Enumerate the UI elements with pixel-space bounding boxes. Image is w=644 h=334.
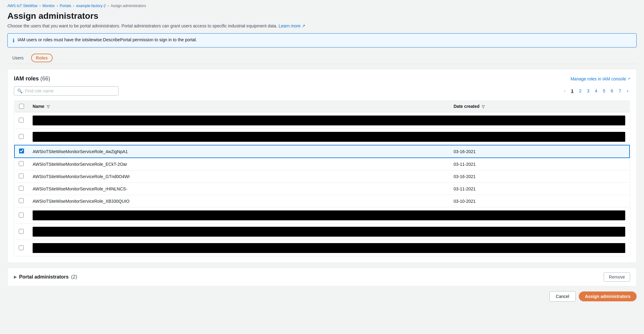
breadcrumb: AWS IoT SiteWise › Monitor › Portals › e…	[7, 4, 637, 8]
row-checkbox-cell	[14, 195, 28, 207]
row-checkbox-cell	[14, 158, 28, 170]
assign-administrators-button[interactable]: Assign administrators	[579, 291, 637, 301]
table-row	[14, 112, 630, 129]
tab-users[interactable]: Users	[7, 52, 29, 64]
page-wrapper: AWS IoT SiteWise › Monitor › Portals › e…	[0, 0, 644, 334]
row-checkbox-checked[interactable]	[19, 149, 24, 153]
row-checkbox[interactable]	[19, 213, 24, 218]
portal-admins-count: (2)	[71, 274, 77, 280]
search-box[interactable]: 🔍	[14, 86, 119, 96]
tab-roles[interactable]: Roles	[31, 54, 53, 62]
date-created-cell: 03-16-2021	[449, 170, 630, 183]
portal-admins-title[interactable]: ▶ Portal administrators (2)	[14, 274, 77, 280]
role-name-cell: AWSIoTSiteWiseMonitorServiceRole_rHINLNC…	[28, 183, 449, 195]
breadcrumb-sep-4: ›	[107, 4, 109, 8]
table-row[interactable]: AWSIoTSiteWiseMonitorServiceRole_GTnd0O4…	[14, 170, 630, 183]
redacted-cell	[28, 240, 630, 256]
search-input[interactable]	[25, 88, 115, 93]
footer: Cancel Assign administrators	[7, 286, 637, 307]
page-3[interactable]: 3	[585, 88, 591, 94]
table-row[interactable]: AWSIoTSiteWiseMonitorServiceRole_rHINLNC…	[14, 183, 630, 195]
search-icon: 🔍	[17, 88, 22, 93]
role-name-cell: AWSIoTSiteWiseMonitorServiceRole_XB330QU…	[28, 195, 449, 207]
info-icon: ℹ	[13, 38, 14, 43]
expand-icon: ▶	[14, 275, 17, 279]
learn-more-link[interactable]: Learn more ↗	[279, 23, 305, 28]
remove-button[interactable]: Remove	[604, 272, 630, 282]
breadcrumb-factory[interactable]: example-factory-2	[76, 4, 106, 8]
th-checkbox	[14, 101, 28, 112]
table-row	[14, 207, 630, 224]
redacted-cell	[28, 129, 630, 145]
page-6[interactable]: 6	[609, 88, 615, 94]
row-checkbox-cell	[14, 207, 28, 224]
portal-admins-panel: ▶ Portal administrators (2) Remove	[7, 268, 637, 286]
row-checkbox[interactable]	[19, 173, 24, 178]
sort-icon-name: ▽	[47, 104, 50, 109]
role-name-cell: AWSIoTSiteWiseMonitorServiceRole_4wZigNp…	[28, 145, 449, 158]
page-5[interactable]: 5	[601, 88, 607, 94]
breadcrumb-portals[interactable]: Portals	[60, 4, 71, 8]
date-created-cell: 03-16-2021	[449, 145, 630, 158]
pagination-prev[interactable]: ‹	[562, 87, 567, 95]
row-checkbox-cell	[14, 224, 28, 240]
row-checkbox-cell	[14, 240, 28, 256]
sort-icon-date: ▽	[482, 104, 485, 109]
table-row	[14, 129, 630, 145]
page-2[interactable]: 2	[577, 88, 583, 94]
row-checkbox[interactable]	[19, 198, 24, 203]
table-row	[14, 240, 630, 256]
iam-roles-count: (66)	[40, 75, 50, 82]
redacted-cell	[28, 207, 630, 224]
breadcrumb-sitewise[interactable]: AWS IoT SiteWise	[7, 4, 38, 8]
redacted-cell	[28, 224, 630, 240]
cancel-button[interactable]: Cancel	[549, 291, 576, 302]
portal-admins-header: ▶ Portal administrators (2) Remove	[8, 268, 636, 286]
tab-bar: Users Roles	[7, 52, 637, 64]
breadcrumb-sep-3: ›	[73, 4, 74, 8]
row-checkbox[interactable]	[19, 229, 24, 234]
breadcrumb-current: Assign administrators	[111, 4, 146, 8]
roles-table: Name ▽ Date created ▽	[14, 100, 630, 256]
row-checkbox[interactable]	[19, 118, 24, 123]
row-checkbox[interactable]	[19, 186, 24, 191]
select-all-checkbox[interactable]	[19, 104, 24, 109]
row-checkbox[interactable]	[19, 245, 24, 250]
row-checkbox-cell	[14, 145, 28, 158]
pagination-next[interactable]: ›	[625, 87, 630, 95]
info-text: IAM users or roles must have the iotsite…	[18, 37, 197, 42]
table-row-selected[interactable]: AWSIoTSiteWiseMonitorServiceRole_4wZigNp…	[14, 145, 630, 158]
row-checkbox-cell	[14, 183, 28, 195]
date-created-cell: 03-11-2021	[449, 183, 630, 195]
info-banner: ℹ IAM users or roles must have the iotsi…	[7, 33, 637, 47]
breadcrumb-monitor[interactable]: Monitor	[42, 4, 55, 8]
table-row[interactable]: AWSIoTSiteWiseMonitorServiceRole_ECkT-2O…	[14, 158, 630, 170]
manage-roles-link[interactable]: Manage roles in IAM console ↗	[570, 76, 630, 81]
page-4[interactable]: 4	[593, 88, 599, 94]
role-name-cell: AWSIoTSiteWiseMonitorServiceRole_ECkT-2O…	[28, 158, 449, 170]
page-title: Assign administrators	[7, 11, 637, 21]
th-name[interactable]: Name ▽	[28, 101, 449, 112]
content-panel: IAM roles (66) Manage roles in IAM conso…	[7, 69, 637, 263]
table-row[interactable]: AWSIoTSiteWiseMonitorServiceRole_XB330QU…	[14, 195, 630, 207]
page-7[interactable]: 7	[617, 88, 623, 94]
page-1[interactable]: 1	[569, 88, 575, 94]
breadcrumb-sep-2: ›	[57, 4, 58, 8]
role-name-cell: AWSIoTSiteWiseMonitorServiceRole_GTnd0O4…	[28, 170, 449, 183]
table-row	[14, 224, 630, 240]
row-checkbox-cell	[14, 170, 28, 183]
breadcrumb-sep-1: ›	[39, 4, 41, 8]
date-created-cell: 03-11-2021	[449, 158, 630, 170]
page-description: Choose the users that you want to be por…	[7, 23, 637, 28]
row-checkbox[interactable]	[19, 161, 24, 166]
search-pagination-row: 🔍 ‹ 1 2 3 4 5 6 7 ›	[14, 86, 630, 96]
table-header-row: Name ▽ Date created ▽	[14, 101, 630, 112]
row-checkbox[interactable]	[19, 134, 24, 139]
date-created-cell: 03-10-2021	[449, 195, 630, 207]
th-date-created[interactable]: Date created ▽	[449, 101, 630, 112]
row-checkbox-cell	[14, 112, 28, 129]
redacted-cell	[28, 112, 630, 129]
iam-roles-title: IAM roles (66)	[14, 75, 50, 82]
pagination: ‹ 1 2 3 4 5 6 7 ›	[562, 87, 630, 95]
iam-roles-header: IAM roles (66) Manage roles in IAM conso…	[14, 75, 630, 82]
